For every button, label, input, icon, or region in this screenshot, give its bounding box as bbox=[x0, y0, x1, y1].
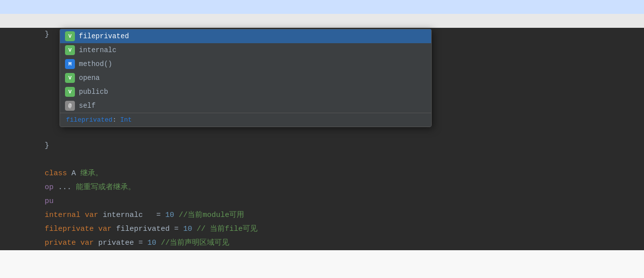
comment-cn3: //当前module可用 bbox=[179, 208, 244, 222]
autocomplete-icon-v4: V bbox=[65, 87, 75, 97]
op-kw: op bbox=[45, 181, 54, 195]
autocomplete-label-opena: opena bbox=[79, 74, 100, 82]
num-10-2: 10 bbox=[183, 222, 192, 236]
autocomplete-footer-sep: : bbox=[113, 116, 121, 124]
blank-line bbox=[0, 153, 644, 167]
autocomplete-icon-at: @ bbox=[65, 101, 75, 111]
dark-code-line-op: op ... 能重写或者继承。 bbox=[0, 181, 644, 195]
var-kw2: var bbox=[98, 222, 112, 236]
dark-code-line-brace2: } bbox=[0, 139, 644, 153]
space9 bbox=[94, 236, 98, 250]
space7 bbox=[192, 222, 196, 236]
space10 bbox=[156, 236, 161, 250]
code-line-cursor: a. ✕ Expected mem bbox=[0, 14, 644, 28]
eq3: = bbox=[134, 236, 147, 250]
autocomplete-footer-type: Int bbox=[120, 116, 131, 124]
autocomplete-icon-v2: V bbox=[65, 45, 75, 55]
space5 bbox=[94, 222, 98, 236]
dark-code-line-fileprivate: fileprivate var fileprivated = 10 // 当前f… bbox=[0, 222, 644, 236]
space8 bbox=[76, 236, 80, 250]
fileprivate-kw: fileprivate bbox=[45, 222, 94, 236]
autocomplete-label-fileprivated: fileprivated bbox=[79, 32, 129, 40]
editor-light-section: a.method() a. ✕ Expected mem bbox=[0, 0, 644, 28]
dark-code-line-class: class A 继承。 bbox=[0, 167, 644, 181]
code-editor: a.method() a. ✕ Expected mem V filepriva… bbox=[0, 0, 644, 278]
internal-kw: internal bbox=[45, 208, 80, 222]
comment-cn2: 能重写或者继承。 bbox=[76, 181, 135, 195]
class-kw: class bbox=[45, 167, 71, 181]
internalc-id: internalc bbox=[103, 208, 143, 222]
op-rest: ... bbox=[54, 181, 76, 195]
autocomplete-item-opena[interactable]: V opena bbox=[60, 71, 431, 85]
autocomplete-item-self[interactable]: @ self bbox=[60, 99, 431, 113]
autocomplete-item-publicb[interactable]: V publicb bbox=[60, 85, 431, 99]
class-name: A bbox=[71, 167, 80, 181]
space4 bbox=[174, 208, 179, 222]
autocomplete-label-method: method() bbox=[79, 60, 112, 68]
comment-cn5: //当前声明区域可见 bbox=[161, 236, 229, 250]
num-10-3: 10 bbox=[147, 236, 156, 250]
eq2: = bbox=[170, 222, 183, 236]
dark-code-line-internal: internal var internalc = 10 //当前module可用 bbox=[0, 208, 644, 222]
space6 bbox=[112, 222, 116, 236]
fileprivated-id: fileprivated bbox=[116, 222, 170, 236]
autocomplete-footer-name: fileprivated bbox=[66, 116, 113, 124]
brace-token-2: } bbox=[45, 139, 49, 153]
dark-code-line-pu: pu bbox=[0, 195, 644, 208]
autocomplete-label-publicb: publicb bbox=[79, 88, 108, 96]
private-kw: private bbox=[45, 236, 76, 250]
autocomplete-item-internalc[interactable]: V internalc bbox=[60, 43, 431, 57]
privatee-id: privatee bbox=[98, 236, 134, 250]
autocomplete-icon-m: M bbox=[65, 59, 75, 69]
autocomplete-item-fileprivated[interactable]: V fileprivated bbox=[60, 29, 431, 43]
pu-kw: pu bbox=[45, 195, 54, 208]
autocomplete-icon-v: V bbox=[65, 31, 75, 41]
autocomplete-dropdown[interactable]: V fileprivated V internalc M method() V … bbox=[60, 29, 432, 127]
autocomplete-label-self: self bbox=[79, 102, 96, 110]
dark-code-line-private: private var privatee = 10 //当前声明区域可见 bbox=[0, 236, 644, 250]
brace-token: } bbox=[45, 28, 49, 42]
space1 bbox=[80, 208, 85, 222]
autocomplete-item-method[interactable]: M method() bbox=[60, 57, 431, 71]
comment-cn: 继承。 bbox=[80, 167, 103, 181]
autocomplete-label-internalc: internalc bbox=[79, 46, 117, 54]
num-10-1: 10 bbox=[165, 208, 174, 222]
var-kw: var bbox=[85, 208, 98, 222]
autocomplete-footer: fileprivated: Int bbox=[60, 113, 431, 127]
space2 bbox=[98, 208, 103, 222]
code-line-method: a.method() bbox=[0, 0, 644, 14]
space3: = bbox=[143, 208, 165, 222]
autocomplete-icon-v3: V bbox=[65, 73, 75, 83]
var-kw3: var bbox=[80, 236, 94, 250]
comment-cn4: // 当前file可见 bbox=[196, 222, 258, 236]
